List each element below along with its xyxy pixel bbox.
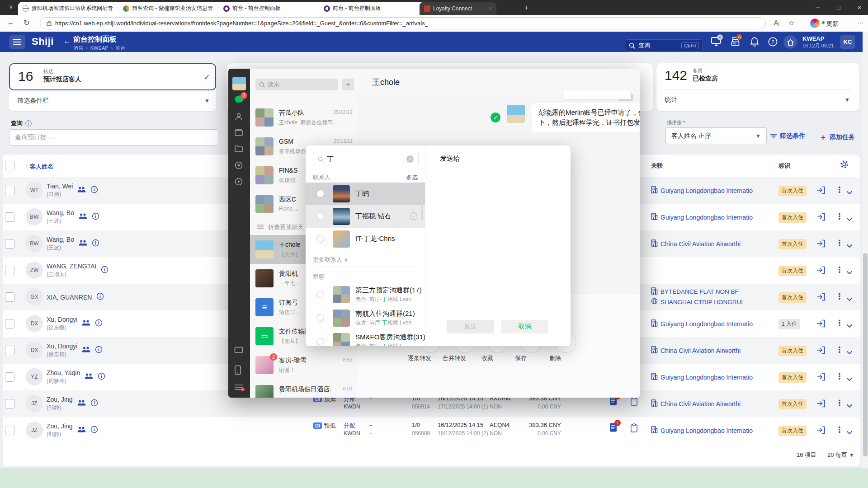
row-menu-icon[interactable]: ⋮ <box>835 185 844 195</box>
row-checkbox[interactable] <box>5 239 14 249</box>
row-expand-chevron-icon[interactable] <box>846 242 853 250</box>
dialog-scrollbar-thumb[interactable] <box>421 182 423 221</box>
guest-name-cell[interactable]: WANG, ZENGTAI(王增太) <box>47 257 108 284</box>
row-menu-icon[interactable]: ⋮ <box>835 345 844 355</box>
wechat-search-input[interactable]: 搜索 <box>255 79 338 90</box>
row-checkbox[interactable] <box>5 426 14 435</box>
favorites-icon[interactable] <box>234 128 244 138</box>
check-in-icon[interactable] <box>816 239 826 249</box>
moments-icon[interactable] <box>234 161 244 171</box>
miniprogram-icon[interactable] <box>234 347 244 357</box>
arrivals-count-box[interactable]: 16 抵店 预计抵店客人 ✓ <box>9 63 216 90</box>
row-menu-icon[interactable]: ⋮ <box>835 211 844 221</box>
page-scrollbar[interactable] <box>863 32 868 469</box>
browser-update-button[interactable]: 更新 <box>826 20 838 28</box>
info-icon[interactable] <box>90 426 98 435</box>
company-link[interactable]: China Civil Aviation Airworthi <box>651 337 741 364</box>
info-icon[interactable] <box>95 319 103 328</box>
contacts-icon[interactable] <box>234 112 244 122</box>
chat-list-item[interactable]: 2 客房-瑞雪 谢谢！ 8:52 <box>250 351 357 380</box>
radio-button[interactable] <box>316 291 324 298</box>
chat-message-bubble[interactable]: 彭晓露的Merlin账号已经申请了，你通知她查收一下邮件，自己操作一下，然后把课… <box>532 103 640 132</box>
check-in-icon[interactable] <box>816 266 826 276</box>
row-menu-icon[interactable]: ⋮ <box>835 238 844 248</box>
company-link[interactable]: Guiyang Longdongbao Internatio <box>651 417 753 444</box>
guest-name-cell[interactable]: Wang, Bo(王波) <box>47 230 99 257</box>
filter-bar-toggle[interactable]: 筛选条件栏 <box>17 97 49 105</box>
browser-tab[interactable]: 前台 - 前台控制面板 × <box>319 2 427 15</box>
row-checkbox[interactable] <box>5 292 14 302</box>
row-checkbox[interactable] <box>5 399 14 408</box>
company-link[interactable]: Guiyang Longdongbao Internatio <box>651 364 753 390</box>
clear-search-icon[interactable]: × <box>406 155 414 163</box>
row-expand-chevron-icon[interactable] <box>846 348 853 357</box>
row-expand-chevron-icon[interactable] <box>846 428 853 436</box>
toolbar-button-label[interactable]: 删除 <box>535 354 576 362</box>
tab-close-icon[interactable]: × <box>488 5 492 12</box>
info-icon[interactable] <box>96 292 104 302</box>
row-expand-chevron-icon[interactable] <box>846 215 853 223</box>
info-icon[interactable] <box>92 239 99 249</box>
filter-button[interactable]: 筛选条件 <box>770 132 805 140</box>
global-search-input[interactable]: 查询 Ctrl+/ <box>625 39 703 52</box>
guest-name-cell[interactable]: Xu, Dongyi(徐东毅) <box>47 337 103 364</box>
row-menu-icon[interactable]: ⋮ <box>835 398 844 408</box>
refresh-icon[interactable]: ↻ <box>24 19 29 27</box>
row-expand-chevron-icon[interactable] <box>846 295 853 303</box>
browser-tab[interactable]: 贵阳机场智选假日酒店系统网址导 × <box>18 2 126 15</box>
contact-row[interactable]: IT-丁龙-Chris <box>306 228 425 250</box>
radio-button[interactable] <box>316 235 324 243</box>
company-link[interactable]: BYTEDANCE FLAT NON BF <box>651 287 739 296</box>
workstation-icon[interactable]: × <box>711 36 722 49</box>
row-checkbox[interactable] <box>5 266 14 275</box>
info-icon[interactable]: i <box>25 120 32 127</box>
row-expand-chevron-icon[interactable] <box>846 322 853 330</box>
row-checkbox[interactable] <box>5 319 14 328</box>
info-icon[interactable] <box>101 266 108 275</box>
sort-select[interactable]: 客人姓名 正序 ▼ <box>665 127 767 144</box>
channels-icon[interactable] <box>234 177 244 187</box>
company-link[interactable]: SHANGHAI CTRIP HONGRUI <box>651 298 743 306</box>
chevron-down-icon[interactable]: ▼ <box>204 98 210 104</box>
radio-button[interactable] <box>316 314 324 322</box>
guest-name-cell[interactable]: Zou, Jing(邹静) <box>47 390 98 417</box>
check-in-icon[interactable] <box>816 426 826 436</box>
check-in-icon[interactable] <box>816 293 826 303</box>
info-icon[interactable] <box>90 399 98 408</box>
guest-name-header[interactable]: ↑ 客人姓名 <box>25 163 53 171</box>
rooms-stat-card[interactable]: 142 客房 已检查房 统计 ▼ <box>656 63 859 111</box>
read-aloud-icon[interactable]: A) <box>774 19 779 26</box>
arrivals-stat-card[interactable]: 16 抵店 预计抵店客人 ✓ 筛选条件栏 ▼ <box>9 63 216 111</box>
reservation-search-input[interactable]: 查询预订按 ... <box>9 129 218 145</box>
cashier-icon[interactable]: 🔒 <box>731 36 741 49</box>
message-selected-check-icon[interactable]: ✓ <box>491 113 500 122</box>
wechat-user-avatar[interactable] <box>232 77 246 90</box>
chat-list-item[interactable]: 苦瓜小队 王chole: 麻烦各位领导... 25/12/12 <box>250 103 357 132</box>
check-in-icon[interactable] <box>816 346 826 356</box>
row-menu-icon[interactable]: ⋮ <box>835 425 844 435</box>
new-chat-button[interactable]: + <box>342 79 354 90</box>
window-close-button[interactable]: × <box>849 0 868 15</box>
guest-name-cell[interactable]: Zou, Jing(邹静) <box>47 417 98 444</box>
per-page-select[interactable]: 20 每页 ▼ <box>827 451 854 459</box>
dialog-search-input[interactable]: 丁 × <box>313 152 419 166</box>
row-menu-icon[interactable]: ⋮ <box>835 371 844 381</box>
company-link[interactable]: Guiyang Longdongbao Internatio <box>651 310 753 337</box>
hamburger-menu-icon[interactable] <box>9 35 25 49</box>
browser-tab[interactable]: Loyalty Connect × <box>420 2 496 15</box>
chevron-down-icon[interactable]: ▼ <box>844 97 850 103</box>
group-row[interactable]: 第三方预定沟通群(17) 包含: 前厅-丁相斌 Lven <box>306 283 425 306</box>
row-checkbox[interactable] <box>5 212 14 222</box>
check-in-icon[interactable] <box>816 186 826 196</box>
group-row[interactable]: SM&FO客房沟通群(31) 包含: 前厅-丁相斌 L <box>306 330 425 346</box>
check-in-icon[interactable] <box>816 373 826 383</box>
tab-search-icon[interactable]: ∨ <box>9 4 13 10</box>
window-maximize-button[interactable]: □ <box>828 0 849 15</box>
notifications-bell-icon[interactable] <box>750 37 760 49</box>
guest-name-cell[interactable]: Tian, Wei(田炜) <box>47 177 98 204</box>
check-in-icon[interactable] <box>816 399 826 409</box>
more-contacts-link[interactable]: 更多联系人 ∨ <box>313 256 348 264</box>
group-row[interactable]: 南航入住沟通群(21) 包含: 前厅-丁相斌 Lven <box>306 306 425 330</box>
browser-menu-icon[interactable]: ⋯ <box>857 19 863 26</box>
help-icon[interactable]: ? <box>768 37 778 49</box>
